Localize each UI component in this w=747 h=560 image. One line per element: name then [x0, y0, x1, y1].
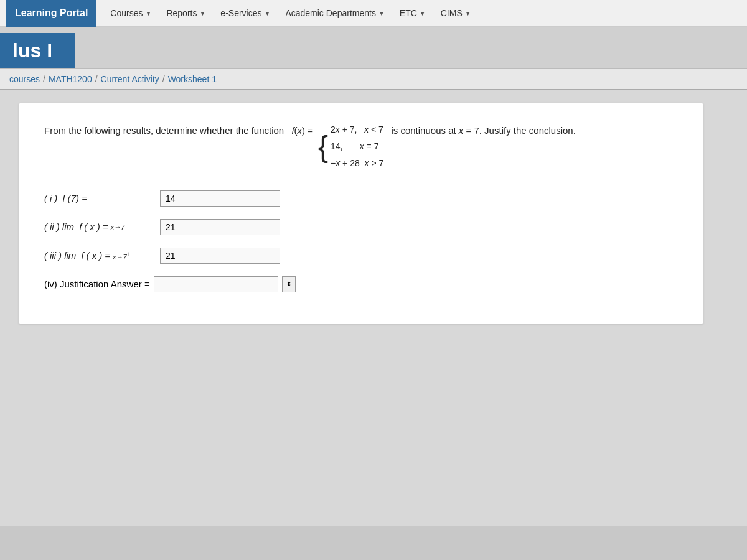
problem-intro-text: From the following results, determine wh…: [44, 122, 284, 139]
breadcrumb-course[interactable]: MATH1200: [49, 74, 92, 84]
answer-input-lim-both[interactable]: [160, 219, 280, 235]
nav-academic-departments[interactable]: Academic Departments ▼: [278, 0, 392, 27]
answer-item-lim-right: (iii) lim f(x) = x→7+: [44, 248, 678, 264]
lim-subscript-right: x→7+: [113, 250, 131, 261]
nav-eservices[interactable]: e-Services ▼: [213, 0, 278, 27]
courses-label: Courses: [110, 8, 143, 18]
courses-arrow-icon: ▼: [146, 10, 152, 17]
justification-row: (iv) Justification Answer = ⬍: [44, 276, 678, 292]
case-3: −x + 28 x > 7: [331, 156, 383, 171]
breadcrumb-courses[interactable]: courses: [9, 74, 40, 84]
breadcrumb-sep-3: /: [162, 74, 165, 84]
continuous-text: is continuous at x = 7. Justify the conc…: [388, 122, 576, 139]
breadcrumb-sep-1: /: [43, 74, 45, 84]
course-title: lus I: [0, 33, 75, 68]
breadcrumb-worksheet: Worksheet 1: [168, 74, 217, 84]
etc-arrow-icon: ▼: [420, 10, 426, 17]
case-2: 14, x = 7: [331, 139, 383, 154]
function-label: f(x) =: [289, 122, 313, 139]
answer-item-fx7: (i) f(7) =: [44, 190, 678, 207]
nav-cims[interactable]: CIMS ▼: [433, 0, 479, 27]
answer-label-lim-right: (iii) lim f(x) = x→7+: [44, 250, 156, 261]
justification-label: (iv) Justification Answer =: [44, 279, 150, 289]
worksheet-card: From the following results, determine wh…: [19, 103, 703, 324]
nav-courses[interactable]: Courses ▼: [103, 0, 159, 27]
answer-input-fx7[interactable]: [160, 190, 280, 207]
justification-input[interactable]: [154, 276, 278, 292]
piecewise-cases: 2x + 7, x < 7 14, x = 7 −x + 28 x > 7: [331, 122, 383, 172]
nav-etc[interactable]: ETC ▼: [392, 0, 433, 27]
academic-departments-label: Academic Departments: [285, 8, 376, 18]
breadcrumb: courses / MATH1200 / Current Activity / …: [0, 68, 747, 90]
piecewise-function: { 2x + 7, x < 7 14, x = 7 −x + 28 x > 7: [318, 122, 383, 172]
main-content: From the following results, determine wh…: [0, 90, 747, 526]
answer-item-lim-both: (ii) lim f(x) = x→7: [44, 219, 678, 235]
brand-logo[interactable]: Learning Portal: [6, 0, 96, 27]
dropdown-arrow-icon: ⬍: [286, 281, 291, 287]
academic-departments-arrow-icon: ▼: [378, 10, 385, 17]
case-1: 2x + 7, x < 7: [331, 122, 383, 138]
etc-label: ETC: [400, 8, 417, 18]
breadcrumb-sep-2: /: [95, 74, 98, 84]
problem-statement: From the following results, determine wh…: [44, 122, 678, 172]
eservices-arrow-icon: ▼: [264, 10, 270, 17]
navigation-bar: Learning Portal Courses ▼ Reports ▼ e-Se…: [0, 0, 747, 27]
justification-dropdown-button[interactable]: ⬍: [282, 276, 296, 292]
lim-subscript-both: x→7: [111, 223, 125, 231]
eservices-label: e-Services: [220, 8, 261, 18]
page-header: lus I: [0, 27, 747, 68]
cims-label: CIMS: [441, 8, 463, 18]
cims-arrow-icon: ▼: [465, 10, 471, 17]
breadcrumb-activity[interactable]: Current Activity: [101, 74, 159, 84]
nav-reports[interactable]: Reports ▼: [159, 0, 213, 27]
left-brace-icon: {: [318, 132, 328, 162]
reports-arrow-icon: ▼: [199, 10, 205, 17]
answer-label-lim-both: (ii) lim f(x) = x→7: [44, 222, 156, 232]
answer-input-lim-right[interactable]: [160, 248, 280, 264]
reports-label: Reports: [166, 8, 197, 18]
answer-label-fx7: (i) f(7) =: [44, 193, 156, 203]
